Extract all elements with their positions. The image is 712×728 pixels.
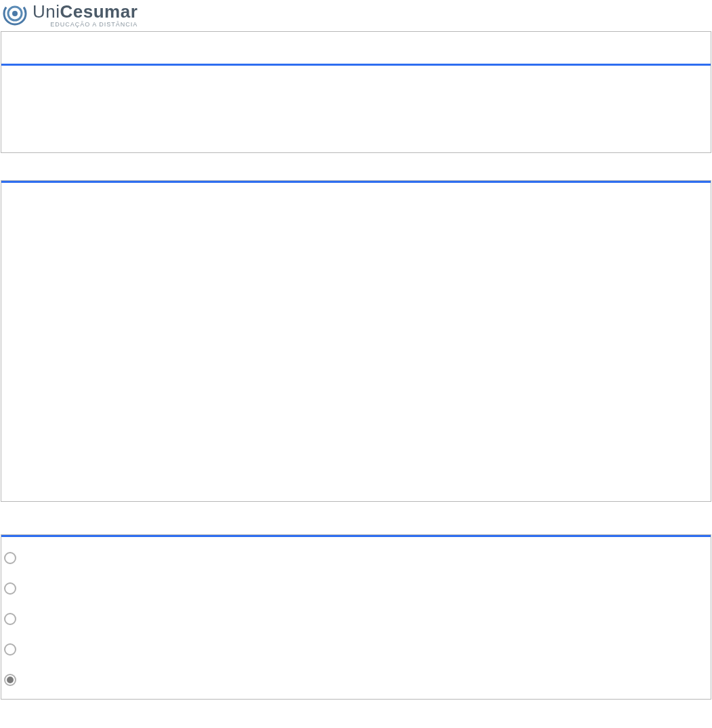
panel-1-body — [1, 66, 711, 152]
logo: UniCesumar EDUCAÇÃO A DISTÂNCIA — [0, 0, 712, 31]
panel-1-header — [1, 32, 711, 66]
options-body — [1, 537, 711, 699]
panel-options — [1, 534, 711, 700]
option-row — [4, 603, 708, 634]
logo-text: UniCesumar EDUCAÇÃO A DISTÂNCIA — [33, 3, 138, 28]
logo-subtitle: EDUCAÇÃO A DISTÂNCIA — [33, 22, 138, 28]
spacer-2 — [0, 502, 712, 534]
panel-2-body — [1, 183, 711, 501]
spacer-3 — [0, 700, 712, 728]
radio-option-1[interactable] — [4, 552, 16, 564]
radio-option-4[interactable] — [4, 643, 16, 656]
panel-1 — [1, 31, 711, 153]
spacer-1 — [0, 153, 712, 180]
option-row — [4, 634, 708, 664]
option-row — [4, 573, 708, 603]
radio-option-3[interactable] — [4, 613, 16, 625]
svg-point-2 — [12, 11, 18, 16]
logo-brand: UniCesumar — [33, 3, 138, 20]
option-row — [4, 542, 708, 573]
logo-brand-prefix: Uni — [33, 1, 60, 22]
radio-option-2[interactable] — [4, 582, 16, 595]
logo-mark-icon — [1, 1, 28, 28]
option-row — [4, 664, 708, 695]
panel-2 — [1, 180, 711, 502]
logo-brand-suffix: Cesumar — [60, 1, 138, 22]
radio-option-5[interactable] — [4, 674, 16, 686]
